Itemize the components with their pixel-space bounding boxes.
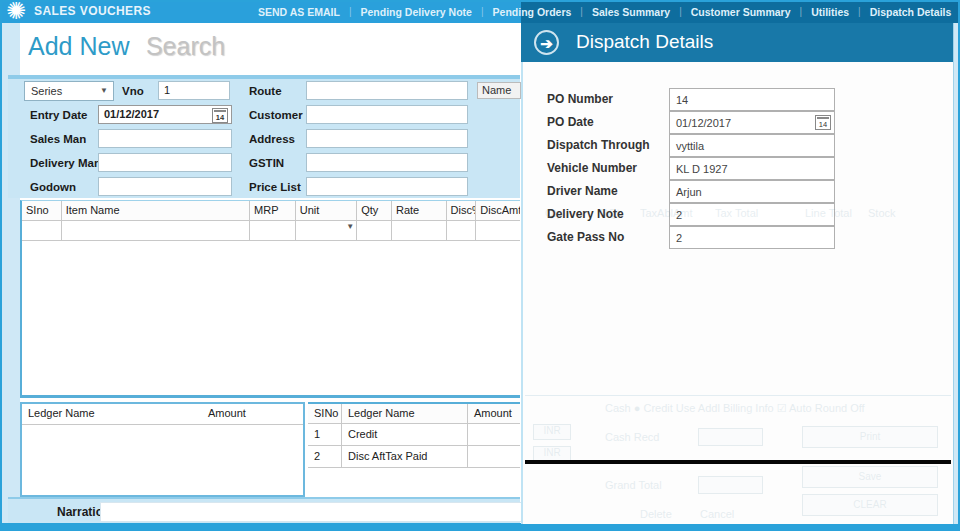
col-slno: SIno <box>22 201 62 221</box>
dispatch-details-header: ➔ Dispatch Details <box>521 23 960 62</box>
ghost-inr-box-1: INR <box>533 424 571 440</box>
chevron-down-icon: ▼ <box>100 86 108 95</box>
ghost-col-stock: Stock <box>868 207 896 219</box>
ghost-cash-recd-field <box>698 428 763 446</box>
col-unit: Unit <box>296 201 358 221</box>
slno-cell[interactable] <box>22 221 62 241</box>
driver-name-label: Driver Name <box>547 184 618 198</box>
rate-cell[interactable] <box>392 221 447 241</box>
disc-amt-cell[interactable] <box>476 221 520 241</box>
name-column-header: Name <box>477 82 521 99</box>
ledger-row-disc-afttax[interactable]: 2 Disc AftTax Paid <box>308 446 520 468</box>
ghost-grand-total-label: Grand Total <box>605 479 662 491</box>
narration-input[interactable] <box>100 502 524 522</box>
ghost-print-button: Print <box>802 426 938 448</box>
route-field[interactable] <box>306 81 468 100</box>
ghost-save-button: Save <box>802 466 938 488</box>
menu-pending-orders[interactable]: Pending Orders <box>493 6 572 18</box>
series-dropdown[interactable]: Series ▼ <box>24 81 114 101</box>
calendar-icon[interactable]: 14 <box>815 115 831 130</box>
entry-date-field[interactable]: 01/12/2017 14 <box>98 105 232 124</box>
narration-bar: Narration : <box>8 497 520 524</box>
ghost-col-qty: Qty <box>545 207 562 219</box>
ghost-col-taxtotal: Tax Total <box>715 207 758 219</box>
disc-pct-cell[interactable] <box>447 221 477 241</box>
bottom-border-strip <box>0 523 960 531</box>
col-mrp: MRP <box>250 201 296 221</box>
dispatch-details-title: Dispatch Details <box>576 31 713 53</box>
chevron-down-icon: ▼ <box>346 222 354 231</box>
black-divider-line <box>525 460 951 464</box>
vehicle-number-label: Vehicle Number <box>547 161 637 175</box>
ledger-name-header: Ledger Name <box>22 404 202 424</box>
tab-add-new[interactable]: Add New <box>28 32 129 60</box>
ghost-payment-options: Cash ● Credit Use Addl Billing Info ☑ Au… <box>605 402 865 415</box>
ledger-table-left: Ledger Name Amount <box>20 402 305 497</box>
ghost-cancel-label: Cancel <box>700 508 734 520</box>
address-label: Address <box>249 133 295 145</box>
po-date-label: PO Date <box>547 115 594 129</box>
customer-field[interactable] <box>306 105 468 124</box>
price-list-field[interactable] <box>306 177 468 196</box>
ledger-table-right: SINo Ledger Name Amount 1 Credit 2 Disc … <box>308 402 520 492</box>
address-field[interactable] <box>306 129 468 148</box>
menu-dispatch-details[interactable]: Dispatch Details <box>870 6 952 18</box>
vno-field[interactable]: 1 <box>158 81 230 100</box>
vno-label: Vno <box>122 85 144 97</box>
mrp-cell[interactable] <box>250 221 296 241</box>
ghost-cash-recd-label: Cash Recd <box>605 431 659 443</box>
app-logo-icon: ✺ <box>2 0 30 25</box>
items-entry-row: ▼ <box>22 221 520 241</box>
po-number-field[interactable]: 14 <box>669 88 835 111</box>
calendar-icon[interactable]: 14 <box>212 108 228 123</box>
arrow-right-icon[interactable]: ➔ <box>534 30 559 55</box>
gate-pass-no-field[interactable]: 2 <box>669 226 835 249</box>
godown-field[interactable] <box>98 177 232 196</box>
amount-header: Amount <box>202 404 252 424</box>
ghost-col-taxablamt: TaxAblAmt <box>640 207 693 219</box>
sales-vouchers-window: ✺ SALES VOUCHERS SEND AS EMAIL | Pending… <box>0 0 960 531</box>
vehicle-number-field[interactable]: KL D 1927 <box>669 157 835 180</box>
ledger-row-credit[interactable]: 1 Credit <box>308 424 520 446</box>
menu-sales-summary[interactable]: Sales Summary <box>592 6 670 18</box>
col-qty: Qty <box>357 201 392 221</box>
col-disc-amt: DiscAmt <box>476 201 520 221</box>
driver-name-field[interactable]: Arjun <box>669 180 835 203</box>
dispatch-through-label: Dispatch Through <box>547 138 650 152</box>
sales-man-label: Sales Man <box>30 133 86 145</box>
po-date-field[interactable]: 01/12/2017 14 <box>669 111 835 134</box>
items-table: SIno Item Name MRP Unit Qty Rate Disc% D… <box>20 200 520 398</box>
gstin-label: GSTIN <box>249 157 284 169</box>
menu-pending-delivery-note[interactable]: Pending Delivery Note <box>360 6 471 18</box>
page-tabs: Add New Search <box>28 32 225 61</box>
ghost-grand-total-field <box>698 476 763 494</box>
menu-utilities[interactable]: Utilities <box>811 6 849 18</box>
ghost-delete-label: Delete <box>640 508 672 520</box>
godown-label: Godown <box>30 181 76 193</box>
qty-cell[interactable] <box>357 221 392 241</box>
tab-search[interactable]: Search <box>146 32 225 60</box>
col-rate: Rate <box>392 201 447 221</box>
menu-customer-summary[interactable]: Customer Summary <box>691 6 791 18</box>
unit-cell[interactable]: ▼ <box>296 221 357 241</box>
entry-date-label: Entry Date <box>30 109 88 121</box>
po-number-label: PO Number <box>547 92 613 106</box>
ghost-divider <box>525 395 951 396</box>
sales-man-field[interactable] <box>98 129 232 148</box>
item-name-cell[interactable] <box>62 221 250 241</box>
customer-label: Customer <box>249 109 303 121</box>
items-header-row: SIno Item Name MRP Unit Qty Rate Disc% D… <box>22 201 520 221</box>
menu-send-as-email[interactable]: SEND AS EMAIL <box>258 6 340 18</box>
delivery-man-label: Delivery Man <box>30 157 101 169</box>
top-menu: SEND AS EMAIL | Pending Delivery Note | … <box>258 0 960 23</box>
unit-dropdown[interactable]: ▼ <box>296 221 356 240</box>
ledger-right-header-row: SINo Ledger Name Amount <box>308 404 520 424</box>
dispatch-details-panel: PO Number 14 PO Date 01/12/2017 14 Dispa… <box>521 23 955 524</box>
col-disc-pct: Disc% <box>447 201 477 221</box>
gate-pass-no-label: Gate Pass No <box>547 230 624 244</box>
ghost-col-rqt: RQt <box>600 207 620 219</box>
delivery-man-field[interactable] <box>98 153 232 172</box>
dispatch-through-field[interactable]: vyttila <box>669 134 835 157</box>
gstin-field[interactable] <box>306 153 468 172</box>
route-label: Route <box>249 85 282 97</box>
